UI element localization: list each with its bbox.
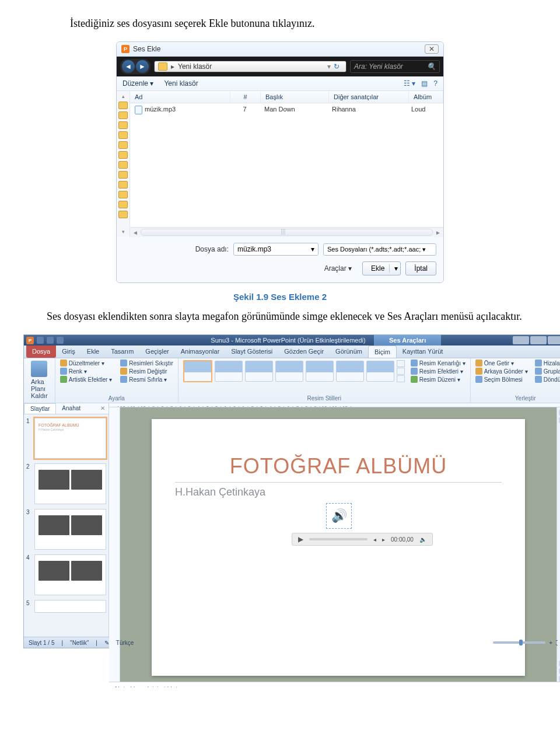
- zoom-in-icon[interactable]: +: [549, 640, 552, 646]
- reset-picture-menu[interactable]: Resmi Sıfırla ▾: [120, 376, 173, 383]
- status-language[interactable]: Türkçe: [116, 640, 134, 646]
- tab-design[interactable]: Tasarım: [105, 345, 139, 358]
- volume-icon[interactable]: 🔈: [419, 536, 426, 543]
- picture-layout-menu[interactable]: Resim Düzeni ▾: [411, 376, 466, 383]
- tab-slides[interactable]: Slaytlar: [24, 403, 56, 414]
- col-title[interactable]: Başlık: [261, 91, 329, 103]
- folder-tree[interactable]: ▴ ▾: [117, 91, 130, 237]
- zoom-slider[interactable]: [493, 641, 545, 644]
- tab-playback[interactable]: Kayıttan Yürüt: [397, 345, 449, 358]
- style-thumb[interactable]: [183, 360, 212, 382]
- picture-border-menu[interactable]: Resim Kenarlığı ▾: [411, 359, 466, 366]
- folder-icon[interactable]: [118, 211, 128, 218]
- undo-icon[interactable]: [47, 337, 54, 344]
- h-scrollbar[interactable]: ◄►: [130, 227, 443, 237]
- folder-icon[interactable]: [118, 111, 128, 119]
- bring-front-menu[interactable]: Öne Getir ▾: [475, 359, 528, 366]
- color-menu[interactable]: Renk ▾: [60, 368, 112, 375]
- folder-icon[interactable]: [118, 191, 128, 198]
- tools-menu[interactable]: Araçlar ▾: [324, 264, 352, 273]
- tab-slideshow[interactable]: Slayt Gösterisi: [225, 345, 278, 358]
- filename-input[interactable]: müzik.mp3 ▾: [233, 243, 318, 256]
- tab-file[interactable]: Dosya: [26, 345, 56, 358]
- search-input[interactable]: Ara: Yeni klasör 🔍: [350, 60, 440, 73]
- window-buttons[interactable]: [513, 336, 560, 344]
- redo-icon[interactable]: [57, 337, 64, 344]
- forward-button[interactable]: ►: [136, 60, 149, 73]
- chevron-down-icon[interactable]: ▾: [394, 264, 398, 273]
- quick-access-toolbar[interactable]: P: [26, 337, 64, 344]
- folder-icon[interactable]: [118, 181, 128, 189]
- thumb-1[interactable]: FOTOĞRAF ALBÜMÜH.Hakan Çetinkaya: [34, 418, 106, 459]
- back-button[interactable]: ◄: [122, 60, 135, 73]
- artistic-menu[interactable]: Artistik Efektler ▾: [60, 376, 112, 383]
- fit-window-icon[interactable]: ⛶: [556, 640, 560, 646]
- folder-icon[interactable]: [118, 201, 128, 208]
- thumb-2[interactable]: [34, 463, 106, 504]
- slide[interactable]: FOTOĞRAF ALBÜMÜ H.Hakan Çetinkaya 🔊 ▶ ◂ …: [152, 419, 525, 676]
- slide-canvas-area[interactable]: FOTOĞRAF ALBÜMÜ H.Hakan Çetinkaya 🔊 ▶ ◂ …: [120, 407, 556, 682]
- style-thumb[interactable]: [275, 361, 303, 382]
- view-menu-icon[interactable]: ☷ ▾: [404, 79, 415, 88]
- picture-styles-gallery[interactable]: [183, 360, 405, 382]
- folder-icon[interactable]: [118, 121, 128, 129]
- folder-icon[interactable]: [118, 141, 128, 149]
- slide-thumbnails[interactable]: 1 FOTOĞRAF ALBÜMÜH.Hakan Çetinkaya 2 3 4…: [24, 414, 108, 637]
- slide-subtitle[interactable]: H.Hakan Çetinkaya: [175, 482, 502, 498]
- thumb-5[interactable]: [34, 600, 106, 613]
- close-panel-icon[interactable]: ✕: [97, 403, 108, 414]
- compress-button[interactable]: Resimleri Sıkıştır: [120, 359, 173, 366]
- preview-pane-icon[interactable]: ▤: [421, 79, 428, 88]
- tab-animations[interactable]: Animasyonlar: [175, 345, 226, 358]
- send-back-menu[interactable]: Arkaya Gönder ▾: [475, 368, 528, 375]
- tab-outline[interactable]: Anahat: [56, 403, 86, 414]
- tab-review[interactable]: Gözden Geçir: [278, 345, 330, 358]
- audio-play-toolbar[interactable]: ▶ ◂ ▸ 00:00,00 🔈: [292, 533, 433, 546]
- tab-format[interactable]: Biçim: [368, 345, 397, 358]
- help-icon[interactable]: ?: [433, 79, 438, 88]
- thumb-3[interactable]: [34, 509, 106, 550]
- col-track[interactable]: #: [230, 91, 261, 103]
- audio-track[interactable]: [309, 538, 368, 540]
- col-name[interactable]: Ad: [130, 91, 230, 103]
- col-artists[interactable]: Diğer sanatçılar: [329, 91, 409, 103]
- tab-home[interactable]: Giriş: [56, 345, 81, 358]
- spellcheck-icon[interactable]: ✎: [104, 640, 109, 646]
- gallery-more[interactable]: [397, 360, 405, 382]
- file-row[interactable]: müzik.mp3 7 Man Down Rihanna Loud: [130, 103, 443, 117]
- audio-icon-object[interactable]: 🔊: [330, 507, 348, 525]
- style-thumb[interactable]: [366, 361, 394, 382]
- picture-effects-menu[interactable]: Resim Efektleri ▾: [411, 368, 466, 375]
- next-icon[interactable]: ▸: [382, 536, 385, 543]
- file-type-filter[interactable]: Ses Dosyaları (*.adts;*.adt;*.aac; ▾: [323, 243, 436, 256]
- folder-icon[interactable]: [118, 151, 128, 159]
- style-thumb[interactable]: [215, 361, 243, 382]
- play-icon[interactable]: ▶: [298, 535, 303, 543]
- tab-insert[interactable]: Ekle: [81, 345, 105, 358]
- organize-menu[interactable]: Düzenle ▾: [123, 79, 153, 88]
- columns-header[interactable]: Ad # Başlık Diğer sanatçılar Albüm: [130, 91, 443, 103]
- refresh-icon[interactable]: ↻: [331, 62, 342, 71]
- folder-icon[interactable]: [118, 171, 128, 179]
- chevron-down-icon[interactable]: ▾: [311, 245, 314, 253]
- col-album[interactable]: Albüm: [409, 91, 443, 103]
- rotate-menu[interactable]: Döndür ▾: [535, 376, 560, 383]
- tab-transitions[interactable]: Geçişler: [139, 345, 174, 358]
- prev-icon[interactable]: ◂: [373, 536, 376, 543]
- selection-pane-button[interactable]: Seçim Bölmesi: [475, 376, 528, 383]
- style-thumb[interactable]: [245, 361, 273, 382]
- tab-view[interactable]: Görünüm: [330, 345, 368, 358]
- folder-icon[interactable]: [118, 102, 128, 109]
- cancel-button[interactable]: İptal: [405, 261, 436, 275]
- remove-background-button[interactable]: Arka Planı Kaldır: [29, 359, 50, 400]
- style-thumb[interactable]: [306, 361, 334, 382]
- folder-icon[interactable]: [118, 161, 128, 169]
- address-bar[interactable]: ▸ Yeni klasör ▾ ↻: [154, 61, 346, 72]
- thumb-4[interactable]: [34, 554, 106, 595]
- folder-icon[interactable]: [118, 131, 128, 139]
- corrections-menu[interactable]: Düzeltmeler ▾: [60, 359, 112, 366]
- save-icon[interactable]: [37, 337, 44, 344]
- new-folder-button[interactable]: Yeni klasör: [164, 79, 198, 88]
- open-button[interactable]: Ekle ▾: [362, 261, 401, 275]
- slide-title[interactable]: FOTOĞRAF ALBÜMÜ: [175, 454, 502, 479]
